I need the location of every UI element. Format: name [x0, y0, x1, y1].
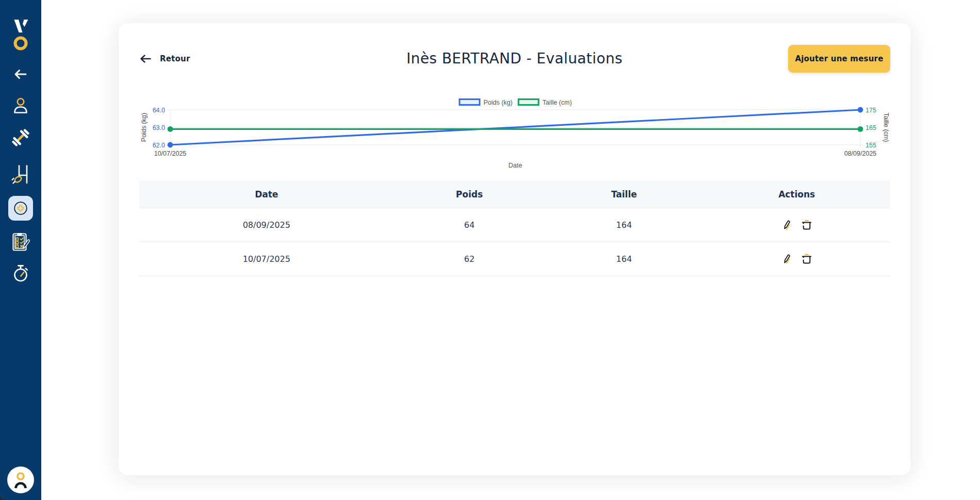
sidebar-item-exercises[interactable]: [8, 125, 33, 150]
table-row: 08/09/2025 64 164: [139, 208, 890, 242]
app-logo: [0, 14, 41, 54]
cell-taille: 164: [545, 254, 703, 264]
svg-text:10/07/2025: 10/07/2025: [154, 150, 187, 157]
stopwatch-icon: [8, 261, 33, 286]
arrow-left-icon: [8, 62, 33, 87]
table-header-row: Date Poids Taille Actions: [139, 180, 890, 208]
logo-icon: [0, 14, 41, 54]
evolution-chart: 64.063.062.0175165155Poids (kg)Taille (c…: [139, 94, 890, 173]
cell-taille: 164: [545, 220, 703, 230]
svg-text:Poids (kg): Poids (kg): [140, 113, 148, 142]
column-header-date: Date: [139, 189, 394, 199]
clipboard-checklist-icon: [8, 229, 33, 254]
cell-actions: [703, 253, 890, 265]
delete-measure-button[interactable]: [801, 253, 813, 265]
person-icon: [8, 93, 33, 118]
pencil-icon: [780, 219, 793, 231]
column-header-poids: Poids: [394, 189, 545, 199]
page: Retour Inès BERTRAND - Evaluations Ajout…: [0, 0, 980, 500]
cell-date: 08/09/2025: [139, 220, 394, 230]
pencil-icon: [780, 253, 793, 265]
health-cross-icon: [8, 196, 33, 221]
cell-poids: 62: [394, 254, 545, 264]
sidebar-item-programs[interactable]: [8, 229, 33, 254]
sidebar: [0, 0, 41, 500]
add-measure-button[interactable]: Ajouter une mesure: [788, 45, 890, 73]
user-avatar[interactable]: [7, 466, 34, 493]
sidebar-item-equipment[interactable]: [8, 161, 33, 186]
table-body: 08/09/2025 64 164: [139, 208, 890, 276]
svg-text:165: 165: [865, 124, 876, 131]
gym-rig-icon: [8, 161, 33, 186]
sidebar-item-athletes[interactable]: [8, 93, 33, 118]
sidebar-item-back[interactable]: [8, 62, 33, 87]
svg-text:Poids (kg): Poids (kg): [483, 99, 512, 106]
cell-actions: [703, 219, 890, 231]
cell-poids: 64: [394, 220, 545, 230]
evaluations-card: Retour Inès BERTRAND - Evaluations Ajout…: [119, 23, 910, 475]
svg-text:62.0: 62.0: [153, 142, 165, 149]
measures-table: Date Poids Taille Actions 08/09/2025 64 …: [139, 180, 890, 276]
trash-icon: [801, 253, 813, 265]
edit-measure-button[interactable]: [780, 253, 793, 265]
svg-text:64.0: 64.0: [153, 107, 165, 114]
svg-text:155: 155: [865, 142, 876, 149]
svg-text:63.0: 63.0: [153, 124, 165, 131]
column-header-taille: Taille: [545, 189, 703, 199]
svg-text:Taille (cm): Taille (cm): [543, 99, 572, 106]
sidebar-item-evaluations[interactable]: [8, 196, 33, 221]
svg-text:Taille (cm): Taille (cm): [883, 113, 890, 142]
delete-measure-button[interactable]: [801, 219, 813, 231]
trash-icon: [801, 219, 813, 231]
column-header-actions: Actions: [703, 189, 890, 199]
avatar-icon: [7, 466, 34, 493]
edit-measure-button[interactable]: [780, 219, 793, 231]
svg-text:08/09/2025: 08/09/2025: [844, 150, 877, 157]
svg-text:175: 175: [865, 107, 876, 114]
svg-text:Date: Date: [509, 162, 522, 169]
cell-date: 10/07/2025: [139, 254, 394, 264]
table-row: 10/07/2025 62 164: [139, 242, 890, 276]
sidebar-item-sessions[interactable]: [8, 261, 33, 286]
dumbbell-icon: [8, 125, 33, 150]
